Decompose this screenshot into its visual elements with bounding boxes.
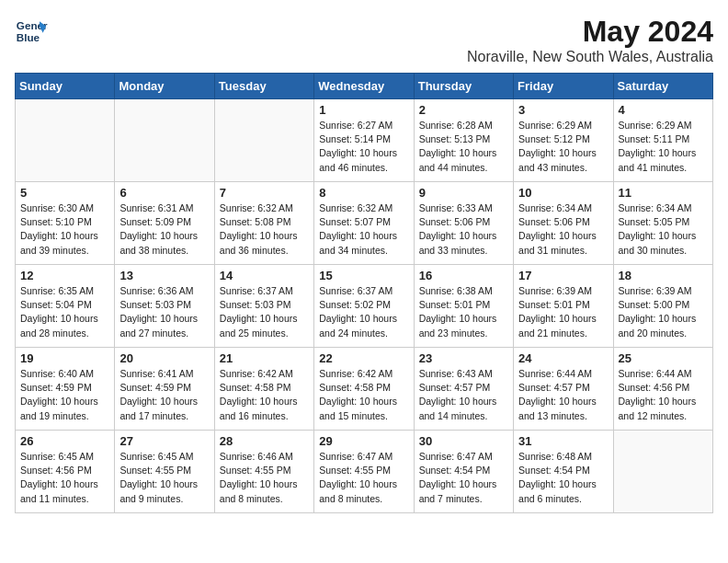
day-number: 21: [220, 351, 309, 365]
cell-info: Sunrise: 6:38 AMSunset: 5:01 PMDaylight:…: [419, 284, 508, 340]
cell-info: Sunrise: 6:28 AMSunset: 5:13 PMDaylight:…: [419, 119, 508, 175]
day-number: 23: [419, 351, 508, 365]
calendar-cell: 31Sunrise: 6:48 AMSunset: 4:54 PMDayligh…: [514, 431, 613, 513]
calendar-cell: 15Sunrise: 6:37 AMSunset: 5:02 PMDayligh…: [314, 265, 414, 348]
day-number: 11: [619, 186, 708, 200]
day-number: 25: [619, 351, 708, 365]
calendar-cell: 25Sunrise: 6:44 AMSunset: 4:56 PMDayligh…: [613, 348, 712, 431]
calendar-cell: 7Sunrise: 6:32 AMSunset: 5:08 PMDaylight…: [214, 182, 313, 265]
col-wednesday: Wednesday: [314, 74, 414, 99]
calendar-cell: 13Sunrise: 6:36 AMSunset: 5:03 PMDayligh…: [115, 265, 214, 348]
day-number: 16: [419, 269, 508, 282]
cell-info: Sunrise: 6:30 AMSunset: 5:10 PMDaylight:…: [20, 201, 109, 258]
header-row: Sunday Monday Tuesday Wednesday Thursday…: [16, 74, 713, 99]
day-number: 27: [119, 434, 209, 448]
day-number: 4: [619, 103, 708, 117]
day-number: 19: [20, 351, 109, 365]
calendar-week-3: 12Sunrise: 6:35 AMSunset: 5:04 PMDayligh…: [16, 265, 713, 348]
col-monday: Monday: [115, 74, 214, 99]
calendar-cell: 23Sunrise: 6:43 AMSunset: 4:57 PMDayligh…: [414, 348, 513, 431]
day-number: 6: [119, 186, 209, 200]
cell-info: Sunrise: 6:32 AMSunset: 5:08 PMDaylight:…: [220, 201, 309, 258]
calendar-cell: 29Sunrise: 6:47 AMSunset: 4:55 PMDayligh…: [314, 431, 414, 513]
day-number: 22: [319, 351, 408, 365]
cell-info: Sunrise: 6:39 AMSunset: 5:00 PMDaylight:…: [619, 284, 708, 340]
day-number: 9: [419, 186, 508, 200]
calendar-cell: 10Sunrise: 6:34 AMSunset: 5:06 PMDayligh…: [514, 182, 613, 265]
cell-info: Sunrise: 6:40 AMSunset: 4:59 PMDaylight:…: [20, 367, 109, 423]
calendar-cell: 11Sunrise: 6:34 AMSunset: 5:05 PMDayligh…: [613, 182, 712, 265]
day-number: 13: [119, 269, 209, 282]
svg-text:Blue: Blue: [17, 31, 40, 43]
day-number: 29: [319, 434, 408, 448]
day-number: 31: [518, 434, 608, 448]
cell-info: Sunrise: 6:42 AMSunset: 4:58 PMDaylight:…: [319, 367, 408, 423]
logo: General Blue General Blue: [15, 15, 48, 48]
calendar-cell: 26Sunrise: 6:45 AMSunset: 4:56 PMDayligh…: [16, 431, 115, 513]
day-number: 15: [319, 269, 408, 282]
calendar-cell: 4Sunrise: 6:29 AMSunset: 5:11 PMDaylight…: [613, 99, 712, 182]
cell-info: Sunrise: 6:33 AMSunset: 5:06 PMDaylight:…: [419, 201, 508, 258]
day-number: 8: [319, 186, 408, 200]
cell-info: Sunrise: 6:47 AMSunset: 4:54 PMDaylight:…: [419, 450, 508, 506]
calendar-cell: [115, 99, 214, 182]
col-friday: Friday: [514, 74, 613, 99]
day-number: 20: [119, 351, 209, 365]
cell-info: Sunrise: 6:42 AMSunset: 4:58 PMDaylight:…: [220, 367, 309, 423]
col-tuesday: Tuesday: [214, 74, 313, 99]
calendar-cell: 3Sunrise: 6:29 AMSunset: 5:12 PMDaylight…: [514, 99, 613, 182]
calendar-cell: 8Sunrise: 6:32 AMSunset: 5:07 PMDaylight…: [314, 182, 414, 265]
col-sunday: Sunday: [16, 74, 115, 99]
day-number: 30: [419, 434, 508, 448]
calendar-week-1: 1Sunrise: 6:27 AMSunset: 5:14 PMDaylight…: [16, 99, 713, 182]
calendar-week-2: 5Sunrise: 6:30 AMSunset: 5:10 PMDaylight…: [16, 182, 713, 265]
cell-info: Sunrise: 6:46 AMSunset: 4:55 PMDaylight:…: [220, 450, 309, 506]
cell-info: Sunrise: 6:48 AMSunset: 4:54 PMDaylight:…: [518, 450, 608, 506]
calendar-cell: 5Sunrise: 6:30 AMSunset: 5:10 PMDaylight…: [16, 182, 115, 265]
cell-info: Sunrise: 6:41 AMSunset: 4:59 PMDaylight:…: [119, 367, 209, 423]
month-title: May 2024: [467, 15, 713, 49]
calendar-cell: 16Sunrise: 6:38 AMSunset: 5:01 PMDayligh…: [414, 265, 513, 348]
calendar-cell: 21Sunrise: 6:42 AMSunset: 4:58 PMDayligh…: [214, 348, 313, 431]
day-number: 17: [518, 269, 608, 282]
calendar-cell: 18Sunrise: 6:39 AMSunset: 5:00 PMDayligh…: [613, 265, 712, 348]
calendar-cell: 27Sunrise: 6:45 AMSunset: 4:55 PMDayligh…: [115, 431, 214, 513]
title-area: May 2024 Noraville, New South Wales, Aus…: [467, 15, 713, 65]
logo-icon: General Blue: [15, 15, 48, 48]
day-number: 28: [220, 434, 309, 448]
calendar-cell: 6Sunrise: 6:31 AMSunset: 5:09 PMDaylight…: [115, 182, 214, 265]
calendar-cell: 9Sunrise: 6:33 AMSunset: 5:06 PMDaylight…: [414, 182, 513, 265]
cell-info: Sunrise: 6:27 AMSunset: 5:14 PMDaylight:…: [319, 119, 408, 175]
cell-info: Sunrise: 6:39 AMSunset: 5:01 PMDaylight:…: [518, 284, 608, 340]
calendar-cell: 20Sunrise: 6:41 AMSunset: 4:59 PMDayligh…: [115, 348, 214, 431]
calendar-cell: 1Sunrise: 6:27 AMSunset: 5:14 PMDaylight…: [314, 99, 414, 182]
cell-info: Sunrise: 6:34 AMSunset: 5:05 PMDaylight:…: [619, 201, 708, 258]
cell-info: Sunrise: 6:32 AMSunset: 5:07 PMDaylight:…: [319, 201, 408, 258]
cell-info: Sunrise: 6:37 AMSunset: 5:02 PMDaylight:…: [319, 284, 408, 340]
calendar-cell: [16, 99, 115, 182]
cell-info: Sunrise: 6:37 AMSunset: 5:03 PMDaylight:…: [220, 284, 309, 340]
day-number: 5: [20, 186, 109, 200]
location: Noraville, New South Wales, Australia: [467, 49, 713, 65]
day-number: 14: [220, 269, 309, 282]
calendar-cell: [613, 431, 712, 513]
calendar-table: Sunday Monday Tuesday Wednesday Thursday…: [15, 73, 713, 513]
col-saturday: Saturday: [613, 74, 712, 99]
day-number: 24: [518, 351, 608, 365]
cell-info: Sunrise: 6:44 AMSunset: 4:57 PMDaylight:…: [518, 367, 608, 423]
calendar-cell: [214, 99, 313, 182]
day-number: 3: [518, 103, 608, 117]
calendar-cell: 30Sunrise: 6:47 AMSunset: 4:54 PMDayligh…: [414, 431, 513, 513]
cell-info: Sunrise: 6:44 AMSunset: 4:56 PMDaylight:…: [619, 367, 708, 423]
calendar-cell: 28Sunrise: 6:46 AMSunset: 4:55 PMDayligh…: [214, 431, 313, 513]
calendar-cell: 24Sunrise: 6:44 AMSunset: 4:57 PMDayligh…: [514, 348, 613, 431]
calendar-cell: 17Sunrise: 6:39 AMSunset: 5:01 PMDayligh…: [514, 265, 613, 348]
day-number: 2: [419, 103, 508, 117]
cell-info: Sunrise: 6:43 AMSunset: 4:57 PMDaylight:…: [419, 367, 508, 423]
day-number: 10: [518, 186, 608, 200]
page-header: General Blue General Blue May 2024 Norav…: [15, 15, 713, 65]
cell-info: Sunrise: 6:36 AMSunset: 5:03 PMDaylight:…: [119, 284, 209, 340]
day-number: 1: [319, 103, 408, 117]
calendar-cell: 12Sunrise: 6:35 AMSunset: 5:04 PMDayligh…: [16, 265, 115, 348]
calendar-cell: 14Sunrise: 6:37 AMSunset: 5:03 PMDayligh…: [214, 265, 313, 348]
